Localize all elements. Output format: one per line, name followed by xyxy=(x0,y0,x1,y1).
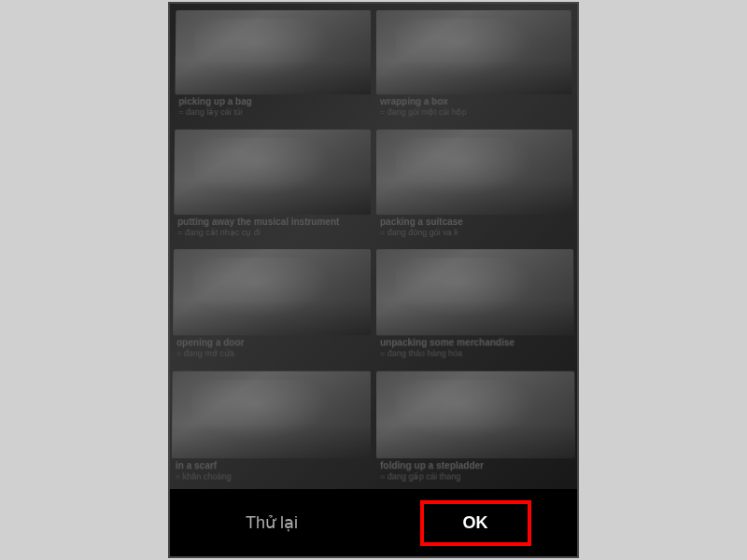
vocab-english: in a scarf xyxy=(176,460,367,471)
scanned-page: picking up a bag = đang lấy cái túi wrap… xyxy=(170,7,577,489)
vocab-item: putting away the musical instrument = đa… xyxy=(174,129,371,244)
ok-button-label: OK xyxy=(420,500,531,546)
vocab-english: unpacking some merchandise xyxy=(380,337,571,348)
vocab-english: picking up a bag xyxy=(178,96,367,107)
vocab-item: opening a door = đang mở cửa xyxy=(173,249,371,365)
action-bar: Thử lại OK xyxy=(170,489,577,556)
vocab-item: wrapping a box = đang gói một cái hộp xyxy=(376,10,572,123)
phone-screen: picking up a bag = đang lấy cái túi wrap… xyxy=(168,2,579,558)
vocab-item: unpacking some merchandise = đang tháo h… xyxy=(376,249,574,365)
vocab-vietnamese: = đang mở cửa xyxy=(176,348,367,358)
vocab-vietnamese: = đang gói một cái hộp xyxy=(380,107,569,118)
vocab-vietnamese: = đang cất nhạc cụ đi xyxy=(177,228,367,238)
vocab-vietnamese: = khăn choàng xyxy=(176,471,367,482)
vocab-vietnamese: = đang lấy cái túi xyxy=(178,107,367,118)
ok-button[interactable]: OK xyxy=(374,489,577,556)
vocab-image xyxy=(376,249,574,335)
vocab-image xyxy=(376,129,573,214)
vocab-item: picking up a bag = đang lấy cái túi xyxy=(175,10,371,123)
vocab-english: wrapping a box xyxy=(380,96,569,107)
vocab-item: in a scarf = khăn choàng xyxy=(172,371,371,488)
vocab-image xyxy=(172,371,371,457)
vocab-item: packing a suitcase = đang đóng gói va li xyxy=(376,129,573,244)
vocab-english: folding up a stepladder xyxy=(380,460,571,471)
vocab-vietnamese: = đang đóng gói va li xyxy=(380,228,570,238)
vocab-english: opening a door xyxy=(176,337,367,348)
vocab-image xyxy=(174,129,371,214)
vocab-vietnamese: = đang tháo hàng hóa xyxy=(380,348,571,358)
camera-preview: picking up a bag = đang lấy cái túi wrap… xyxy=(170,4,577,489)
vocab-image xyxy=(376,10,572,94)
vocab-image xyxy=(376,371,575,457)
vocab-english: putting away the musical instrument xyxy=(177,217,367,228)
retry-button-label: Thử lại xyxy=(246,512,298,533)
vocab-english: packing a suitcase xyxy=(380,217,570,228)
vocab-image xyxy=(176,10,372,94)
vocab-image xyxy=(173,249,371,335)
retry-button[interactable]: Thử lại xyxy=(170,489,374,556)
vocab-item: folding up a stepladder = đang gấp cái t… xyxy=(376,371,575,488)
vocab-vietnamese: = đang gấp cái thang xyxy=(380,471,571,482)
